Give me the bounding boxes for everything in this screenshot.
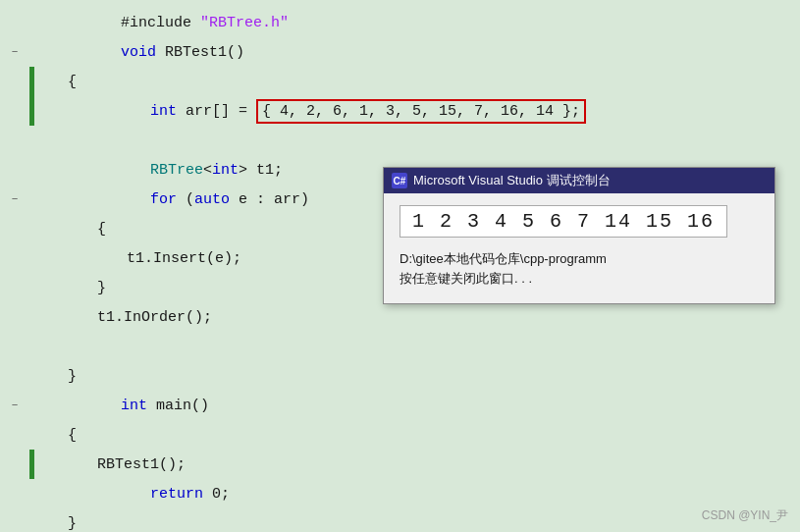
- bar-11: [29, 302, 34, 332]
- bar-16: [29, 450, 34, 479]
- popup-path-2: 按任意键关闭此窗口. . .: [400, 269, 759, 289]
- gutter-7: −: [0, 193, 29, 205]
- bar-15: [29, 420, 34, 450]
- bar-12: [29, 332, 34, 361]
- array-highlight: { 4, 2, 6, 1, 3, 5, 15, 7, 16, 14 };: [256, 99, 586, 124]
- popup-path-1: D:\gitee本地代码仓库\cpp-programm: [400, 249, 759, 269]
- bar-5: [29, 126, 34, 155]
- collapse-btn-2[interactable]: −: [12, 46, 19, 58]
- bar-10: [29, 273, 34, 302]
- collapse-btn-14[interactable]: −: [12, 399, 19, 411]
- bar-1: [29, 8, 34, 37]
- program-output: 1 2 3 4 5 6 7 14 15 16: [400, 205, 727, 238]
- gutter-2: −: [0, 46, 29, 58]
- bar-13: [29, 361, 34, 391]
- code-text-8: {: [38, 221, 106, 238]
- bar-4: [29, 96, 34, 126]
- bar-3: [29, 67, 34, 96]
- code-text-10: }: [38, 280, 106, 296]
- code-text-11: t1.InOrder();: [38, 309, 212, 326]
- code-text-18: }: [38, 515, 77, 532]
- bar-14: [29, 391, 34, 420]
- bar-2: [29, 37, 34, 67]
- code-text-9: t1.Insert(e);: [38, 250, 241, 267]
- code-line-11: t1.InOrder();: [0, 302, 800, 332]
- code-line-18: }: [0, 508, 800, 532]
- bar-7: [29, 185, 34, 214]
- popup-title: Microsoft Visual Studio 调试控制台: [413, 172, 611, 189]
- bar-6: [29, 155, 34, 185]
- code-editor: #include "RBTree.h" − void RBTest1() { i…: [0, 0, 800, 532]
- bar-8: [29, 214, 34, 243]
- vs-icon: C#: [392, 173, 407, 188]
- code-line-14: − int main(): [0, 391, 800, 420]
- debug-console-popup[interactable]: C# Microsoft Visual Studio 调试控制台 1 2 3 4…: [383, 167, 775, 304]
- csdn-credit: CSDN @YIN_尹: [702, 507, 788, 524]
- code-line-4: int arr[] = { 4, 2, 6, 1, 3, 5, 15, 7, 1…: [0, 96, 800, 126]
- code-text-15: {: [38, 427, 77, 444]
- bar-18: [29, 508, 34, 532]
- code-line-15: {: [0, 420, 800, 450]
- code-line-17: return 0;: [0, 479, 800, 508]
- code-line-2: − void RBTest1(): [0, 37, 800, 67]
- bar-17: [29, 479, 34, 508]
- collapse-btn-7[interactable]: −: [12, 193, 19, 205]
- gutter-14: −: [0, 399, 29, 411]
- code-line-12: [0, 332, 800, 361]
- bar-9: [29, 243, 34, 273]
- popup-body: 1 2 3 4 5 6 7 14 15 16 D:\gitee本地代码仓库\cp…: [384, 193, 774, 303]
- popup-titlebar: C# Microsoft Visual Studio 调试控制台: [384, 168, 774, 193]
